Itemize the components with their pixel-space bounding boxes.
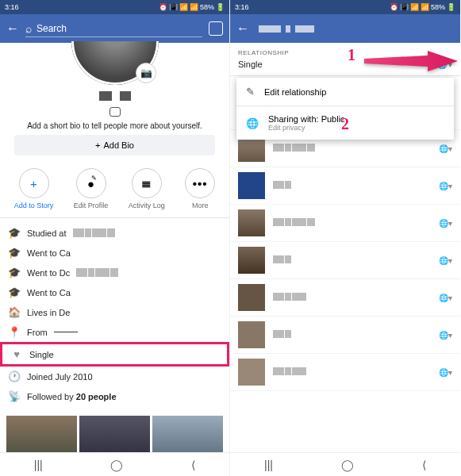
friend-item[interactable]: 🌐▾ xyxy=(230,242,460,279)
camera-icon: 📷 xyxy=(140,67,152,79)
back-button[interactable]: ⟨ xyxy=(191,459,195,471)
recents-button[interactable]: ||| xyxy=(34,459,43,471)
home-button[interactable]: ◯ xyxy=(341,459,354,471)
photo-thumbnail[interactable] xyxy=(152,416,223,452)
status-time: 3:16 xyxy=(5,3,19,11)
info-joined[interactable]: 🕐 Joined July 2010 xyxy=(8,367,221,386)
friend-item[interactable]: 🌐▾ xyxy=(230,167,460,205)
annotation-1: 1 xyxy=(348,46,355,64)
visibility-toggle[interactable]: 🌐▾ xyxy=(439,219,452,228)
pencil-icon: ✎ xyxy=(246,86,255,98)
add-bio-button[interactable]: + Add Bio xyxy=(14,135,215,155)
status-bar: 3:16 ⏰📳📶📶58%🔋 xyxy=(0,0,229,14)
info-school-2[interactable]: 🎓 Went to Dc xyxy=(8,263,221,282)
friend-avatar xyxy=(238,247,265,274)
friend-item[interactable]: 🌐▾ xyxy=(230,279,460,317)
info-lives[interactable]: 🏠 Lives in De xyxy=(8,302,221,322)
heart-icon: ♥ xyxy=(10,348,23,360)
friend-avatar xyxy=(238,321,265,348)
plus-icon: + xyxy=(95,140,100,150)
more-button[interactable]: ••• More xyxy=(185,168,215,209)
info-school-3[interactable]: 🎓 Went to Ca xyxy=(8,282,221,302)
back-button[interactable]: ⟨ xyxy=(422,459,426,471)
friend-avatar xyxy=(238,172,265,199)
photo-thumbnail[interactable] xyxy=(79,416,150,452)
speech-icon xyxy=(109,107,121,117)
home-icon: 🏠 xyxy=(8,306,21,318)
plus-icon: + xyxy=(30,177,37,190)
friend-item[interactable]: 🌐▾ xyxy=(230,354,460,391)
search-input[interactable] xyxy=(36,23,202,34)
action-row: + Add to Story ●✎ Edit Profile ≣ Activit… xyxy=(0,160,229,218)
profile-section: 📷 Add a short bio to tell people more ab… xyxy=(0,41,229,155)
location-icon: 📍 xyxy=(8,326,21,338)
bio-prompt-text: Add a short bio to tell people more abou… xyxy=(8,121,221,130)
rss-icon: 📡 xyxy=(8,390,21,402)
education-icon: 🎓 xyxy=(8,227,21,239)
friend-avatar xyxy=(238,359,265,386)
person-edit-icon: ●✎ xyxy=(87,177,94,190)
visibility-toggle[interactable]: 🌐▾ xyxy=(439,331,452,340)
info-relationship[interactable]: ♥ Single xyxy=(10,347,219,361)
activity-log-button[interactable]: ≣ Activity Log xyxy=(129,168,165,209)
info-list: 🎓 Studied at 🎓 Went to Ca 🎓 Went to Dc 🎓… xyxy=(0,218,229,411)
android-nav: ||| ◯ ⟨ xyxy=(230,452,460,476)
info-studied[interactable]: 🎓 Studied at xyxy=(8,223,221,243)
info-from[interactable]: 📍 From xyxy=(8,322,221,342)
profile-name xyxy=(8,91,221,101)
fb-header: ← ⌕ xyxy=(0,14,229,43)
back-icon[interactable]: ← xyxy=(236,21,249,36)
relationship-highlight: ♥ Single xyxy=(0,342,229,367)
photo-strip xyxy=(0,411,229,457)
education-icon: 🎓 xyxy=(8,267,21,278)
info-followed[interactable]: 📡 Followed by 20 people xyxy=(8,386,221,406)
visibility-toggle[interactable]: 🌐▾ xyxy=(439,368,452,377)
education-icon: 🎓 xyxy=(8,247,21,259)
clock-icon: 🕐 xyxy=(8,370,21,382)
edit-profile-button[interactable]: ●✎ Edit Profile xyxy=(74,168,109,209)
globe-icon: 🌐 xyxy=(246,117,259,129)
photo-thumbnail[interactable] xyxy=(6,416,77,452)
status-time: 3:16 xyxy=(235,3,249,11)
status-icons: ⏰📳📶📶58%🔋 xyxy=(159,3,225,11)
friend-avatar xyxy=(238,209,265,236)
edit-relationship-option[interactable]: ✎ Edit relationship xyxy=(236,78,454,106)
friend-item[interactable]: 🌐▾ xyxy=(230,317,460,354)
info-school-1[interactable]: 🎓 Went to Ca xyxy=(8,243,221,263)
svg-marker-0 xyxy=(364,51,458,71)
page-title xyxy=(259,25,314,33)
status-icons: ⏰📳📶📶58%🔋 xyxy=(390,3,455,11)
friend-item[interactable]: 🌐▾ xyxy=(230,205,460,242)
list-icon: ≣ xyxy=(141,176,152,190)
qr-icon[interactable] xyxy=(209,21,223,36)
visibility-toggle[interactable]: 🌐▾ xyxy=(439,294,452,302)
back-icon[interactable]: ← xyxy=(6,21,19,36)
left-phone: 3:16 ⏰📳📶📶58%🔋 ← ⌕ 📷 Add a short bio to t… xyxy=(0,0,230,476)
camera-button[interactable]: 📷 xyxy=(136,63,156,83)
recents-button[interactable]: ||| xyxy=(264,459,273,471)
search-icon: ⌕ xyxy=(25,22,32,35)
add-to-story-button[interactable]: + Add to Story xyxy=(14,168,54,209)
friend-avatar xyxy=(238,284,265,311)
education-icon: 🎓 xyxy=(8,286,21,298)
visibility-toggle[interactable]: 🌐▾ xyxy=(439,256,452,265)
annotation-2: 2 xyxy=(341,115,349,133)
dots-icon: ••• xyxy=(193,177,208,190)
search-box[interactable]: ⌕ xyxy=(25,21,202,37)
visibility-toggle[interactable]: 🌐▾ xyxy=(439,182,452,190)
visibility-toggle[interactable]: 🌐▾ xyxy=(439,144,452,153)
status-bar: 3:16 ⏰📳📶📶58%🔋 xyxy=(230,0,460,14)
android-nav: ||| ◯ ⟨ xyxy=(0,452,229,476)
home-button[interactable]: ◯ xyxy=(110,459,123,471)
annotation-arrow xyxy=(364,49,459,76)
fb-header: ← xyxy=(230,14,460,43)
